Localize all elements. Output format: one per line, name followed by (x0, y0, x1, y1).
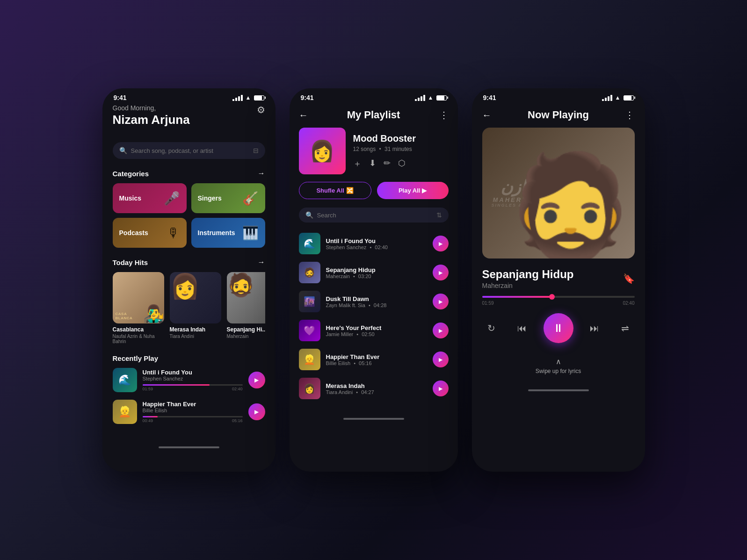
categories-see-all[interactable]: → (258, 169, 265, 178)
np-song-details: Sepanjang Hidup Maherzain (482, 268, 574, 289)
song-item-4[interactable]: 💜 Here's Your Perfect Jamie Miller 02:50… (299, 316, 449, 345)
hit-card-casablanca[interactable]: 👨‍🎤 CASABLANCA Casablanca Naufal Azrin &… (113, 272, 164, 344)
song-item-2[interactable]: 🧔 Sepanjang Hidup Maherzain 03:20 ▶ (299, 258, 449, 287)
np-back-button[interactable]: ← (482, 110, 492, 121)
np-artist: Maherzain (482, 282, 574, 289)
prev-button[interactable]: ⏮ (513, 319, 531, 337)
play-btn-song-1[interactable]: ▶ (433, 236, 449, 251)
wifi-icon-2: ▲ (428, 94, 434, 101)
play-btn-song-6[interactable]: ▶ (433, 381, 449, 396)
share-icon[interactable]: ⬡ (398, 158, 406, 169)
song-list: 🌊 Until i Found You Stephen Sanchez 02:4… (299, 229, 449, 403)
time-total-2: 05:16 (232, 418, 243, 423)
song-title-6: Merasa Indah (326, 382, 427, 389)
playlist-nav-title: My Playlist (347, 109, 400, 121)
wifi-icon-3: ▲ (615, 94, 621, 101)
swipe-lyrics[interactable]: ∧ Swipe up for lyrics (482, 352, 635, 374)
status-bar-3: 9:41 ▲ (472, 88, 645, 104)
download-icon[interactable]: ⬇ (369, 158, 376, 169)
filter-icon[interactable]: ⊟ (253, 147, 259, 154)
back-button[interactable]: ← (299, 110, 308, 121)
recent-item-2[interactable]: 👱 Happier Than Ever Billie Eilish 00:49 … (113, 400, 265, 424)
np-progress-bar[interactable] (482, 296, 635, 298)
np-progress-dot (549, 294, 555, 300)
shuffle-button[interactable]: Shufle All 🔀 (299, 182, 371, 199)
playlist-more-button[interactable]: ⋮ (439, 109, 449, 121)
home-header: Good Morning, Nizam Arjuna ⚙ (113, 104, 265, 135)
recent-item-1[interactable]: 🌊 Until i Found You Stephen Sanchez 01:5… (113, 368, 265, 392)
play-btn-song-3[interactable]: ▶ (433, 294, 449, 309)
song-item-6[interactable]: 👩 Merasa Indah Tiara Andini 04:27 ▶ (299, 374, 449, 403)
playlist-search-input[interactable] (317, 212, 433, 219)
sort-icon[interactable]: ⇅ (436, 211, 442, 219)
greeting-label: Good Morning, (113, 104, 190, 112)
np-time-row: 01:59 02:40 (482, 301, 635, 306)
today-hits-see-all[interactable]: → (258, 258, 265, 266)
album-person: 🧔 (506, 156, 635, 258)
screen-playlist: 9:41 ▲ ← My Playlist ⋮ 👩 Mood Booster 12 (290, 88, 458, 472)
screen2-content: ← My Playlist ⋮ 👩 Mood Booster 12 songs … (290, 104, 458, 412)
song-thumb-2: 🧔 (299, 262, 320, 283)
np-song-row: Sepanjang Hidup Maherzain 🔖 (482, 268, 635, 289)
playlist-header: 👩 Mood Booster 12 songs 31 minutes ＋ ⬇ ✏… (299, 128, 449, 174)
bookmark-icon[interactable]: 🔖 (623, 273, 635, 284)
recent-title-1: Until i Found You (143, 369, 243, 376)
song-info-5: Happier Than Ever Billie Eilish 05:16 (326, 353, 427, 366)
song-info-2: Sepanjang Hidup Maherzain 03:20 (326, 266, 427, 279)
category-musics[interactable]: Musics 🎤 (113, 183, 187, 213)
song-item-1[interactable]: 🌊 Until i Found You Stephen Sanchez 02:4… (299, 229, 449, 258)
np-time-current: 01:59 (482, 301, 494, 306)
np-progress[interactable]: 01:59 02:40 (482, 296, 635, 306)
song-title-5: Happier Than Ever (326, 353, 427, 360)
singers-icon: 🎸 (242, 191, 259, 206)
search-bar[interactable]: 🔍 ⊟ (113, 142, 265, 159)
add-icon[interactable]: ＋ (353, 158, 362, 169)
edit-icon[interactable]: ✏ (384, 158, 391, 169)
category-podcasts[interactable]: Podcasts 🎙 (113, 218, 187, 248)
next-button[interactable]: ⏭ (585, 319, 604, 337)
np-time-total: 02:40 (623, 301, 634, 306)
play-btn-song-2[interactable]: ▶ (433, 265, 449, 280)
song-item-3[interactable]: 🌆 Dusk Till Dawn Zayn Malik ft. Sia 04:2… (299, 287, 449, 316)
home-indicator-2 (343, 418, 404, 420)
song-thumb-3: 🌆 (299, 291, 320, 312)
play-btn-song-4[interactable]: ▶ (433, 323, 449, 338)
play-btn-recent-1[interactable]: ▶ (248, 372, 265, 388)
play-all-button[interactable]: Play All ▶ (377, 182, 449, 199)
status-icons-2: ▲ (415, 94, 447, 101)
merasa-artist: Tiara Andini (170, 334, 221, 339)
home-indicator-3 (528, 389, 589, 391)
home-indicator-1 (159, 446, 219, 448)
category-singers[interactable]: Singers 🎸 (191, 183, 265, 213)
search-input[interactable] (131, 147, 249, 154)
musics-icon: 🎤 (164, 191, 180, 206)
today-hits-title: Today Hits (113, 258, 148, 266)
play-btn-song-5[interactable]: ▶ (433, 352, 449, 367)
playlist-search-bar[interactable]: 🔍 ⇅ (299, 208, 449, 223)
battery-2 (436, 95, 447, 101)
hit-card-merasa[interactable]: 👩 Merasa Indah Tiara Andini (170, 272, 221, 344)
song-info-3: Dusk Till Dawn Zayn Malik ft. Sia 04:28 (326, 295, 427, 308)
playlist-meta: 12 songs 31 minutes (353, 146, 416, 152)
song-item-5[interactable]: 👱 Happier Than Ever Billie Eilish 05:16 … (299, 345, 449, 374)
settings-icon[interactable]: ⚙ (257, 104, 265, 115)
song-title-2: Sepanjang Hidup (326, 266, 427, 273)
repeat-button[interactable]: ↻ (482, 319, 501, 337)
screen1-content: Good Morning, Nizam Arjuna ⚙ 🔍 ⊟ Categor… (102, 104, 276, 441)
np-more-button[interactable]: ⋮ (625, 109, 634, 121)
shuffle-button-np[interactable]: ⇌ (616, 319, 635, 337)
swipe-lyrics-label: Swipe up for lyrics (482, 368, 635, 374)
casablanca-thumb: 👨‍🎤 CASABLANCA (113, 272, 164, 323)
search-icon-2: 🔍 (305, 211, 313, 219)
hit-card-sepanjang[interactable]: 🧔 Sepanjang Hi... Maherzain (227, 272, 265, 344)
category-instruments[interactable]: Instruments 🎹 (191, 218, 265, 248)
play-btn-recent-2[interactable]: ▶ (248, 403, 265, 420)
recent-info-1: Until i Found You Stephen Sanchez 01:59 … (143, 369, 243, 391)
sepanjang-thumb: 🧔 (227, 272, 265, 323)
wifi-icon-1: ▲ (246, 94, 251, 101)
song-meta-4: Jamie Miller 02:50 (326, 331, 427, 337)
action-buttons: Shufle All 🔀 Play All ▶ (299, 182, 449, 199)
now-playing-title: Now Playing (528, 109, 589, 121)
song-title-1: Until i Found You (326, 237, 427, 244)
play-pause-button[interactable]: ⏸ (544, 313, 573, 343)
